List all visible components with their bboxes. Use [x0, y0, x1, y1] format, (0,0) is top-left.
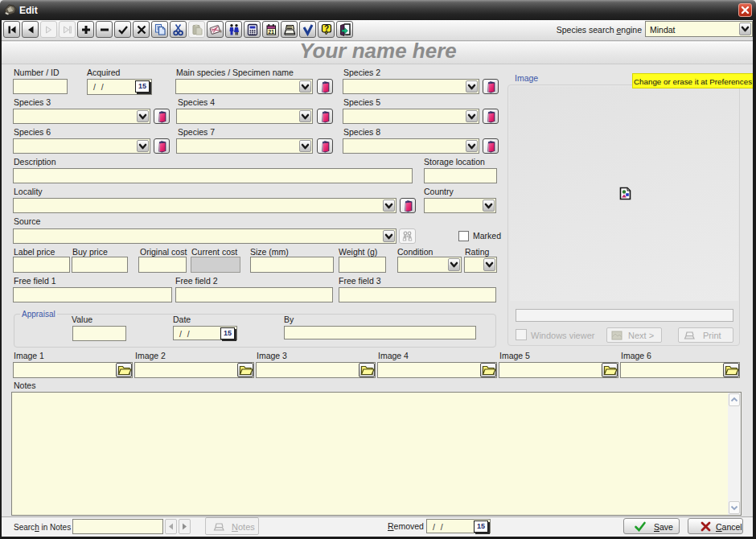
svg-text:?: ? [323, 23, 328, 32]
svg-text:21: 21 [268, 28, 274, 34]
